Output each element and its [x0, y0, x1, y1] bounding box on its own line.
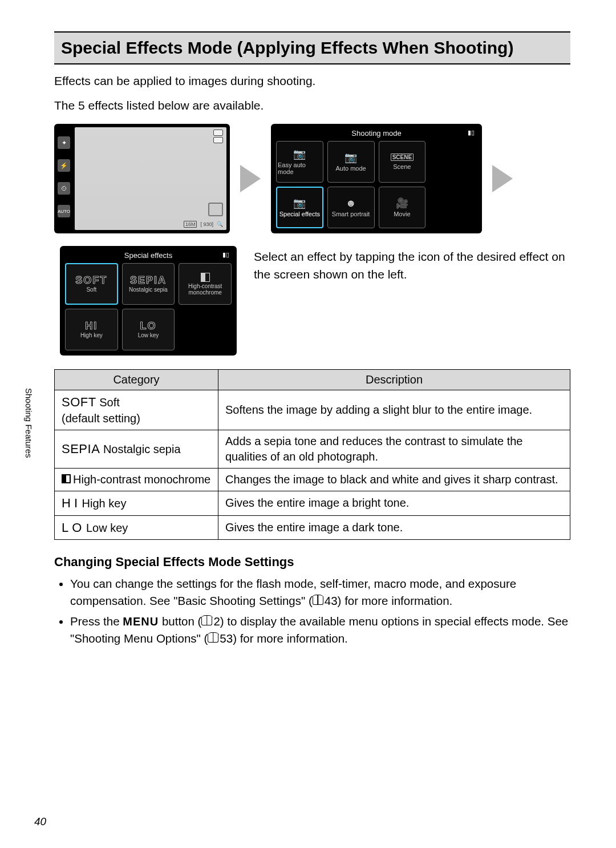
live-view-area: 16M [ 930] 🔍	[75, 127, 226, 230]
mode-easy-auto[interactable]: 📷 Easy auto mode	[276, 141, 323, 183]
shooting-mode-screen: Shooting mode ▮▯ 📷 Easy auto mode 📷 Auto…	[271, 124, 482, 233]
mode-scene[interactable]: SCENE Scene	[379, 141, 426, 183]
focus-area-icon	[213, 130, 223, 136]
row-desc: Gives the entire image a bright tone.	[218, 491, 570, 515]
zoom-icon: 🔍	[217, 221, 223, 227]
effects-icon: ✦	[58, 136, 70, 149]
mode-auto[interactable]: 📷 Auto mode	[327, 141, 375, 183]
effects-table: Category Description SOFT Soft (default …	[54, 369, 570, 540]
effect-high-key[interactable]: HI High key	[65, 309, 118, 350]
row-name: High key	[82, 497, 127, 510]
row-icon: HI	[62, 495, 79, 512]
mode-label: Movie	[394, 211, 410, 217]
intro-line-2: The 5 effects listed below are available…	[54, 97, 570, 114]
mode-label: Auto mode	[336, 165, 366, 172]
table-row: HI High key Gives the entire image a bri…	[55, 491, 570, 515]
mode-label: Smart portrait	[332, 211, 370, 217]
table-row: SEPIA Nostalgic sepia Adds a sepia tone …	[55, 430, 570, 468]
effect-high-contrast-mono[interactable]: High-contrast monochrome	[179, 263, 232, 305]
smart-portrait-icon: ☻	[346, 198, 356, 208]
bullet-item: Press the MENU button (2) to display the…	[70, 613, 570, 647]
mode-label: Special effects	[279, 211, 320, 217]
menu-button-label: MENU	[123, 615, 159, 628]
mode-special-effects[interactable]: 📷 Special effects	[276, 187, 323, 228]
row-icon: SOFT	[62, 394, 96, 411]
effect-label: High key	[80, 332, 103, 338]
sidebar-section-label: Shooting Features	[24, 388, 34, 458]
page-ref-icon	[208, 634, 218, 643]
special-effects-screen: Special effects ▮▯ SOFT Soft SEPIA Nosta…	[60, 246, 237, 356]
row-note: (default setting)	[62, 412, 140, 425]
effect-icon-label: HI	[85, 321, 98, 331]
movie-icon: 🎥	[396, 198, 408, 208]
row-icon: SEPIA	[62, 441, 100, 458]
settings-bullets: You can change the settings for the flas…	[54, 575, 570, 647]
row-desc: Changes the image to black and white and…	[218, 468, 570, 491]
timer-icon: ⏲	[58, 182, 70, 195]
page-title: Special Effects Mode (Applying Effects W…	[54, 31, 570, 64]
af-icon	[213, 137, 223, 143]
effect-icon-label: SEPIA	[130, 275, 167, 285]
bullet-item: You can change the settings for the flas…	[70, 575, 570, 609]
arrow-right-icon	[492, 165, 513, 192]
auto-icon: AUTO	[58, 205, 70, 217]
page-ref-icon	[201, 617, 212, 625]
effect-label: Soft	[86, 286, 96, 293]
table-row: SOFT Soft (default setting) Softens the …	[55, 390, 570, 430]
mode-label: Scene	[393, 163, 411, 170]
effect-label: Nostalgic sepia	[129, 286, 168, 293]
row-name: Nostalgic sepia	[103, 443, 181, 455]
arrow-right-icon	[240, 165, 261, 192]
mode-label: Easy auto mode	[278, 161, 322, 175]
battery-icon: ▮▯	[468, 129, 475, 136]
row-name: Soft	[99, 396, 120, 409]
flash-icon: ⚡	[58, 159, 70, 172]
table-row: LO Low key Gives the entire image a dark…	[55, 515, 570, 540]
col-category: Category	[55, 370, 218, 390]
mono-icon	[62, 474, 71, 483]
mono-icon	[201, 273, 210, 282]
row-name: High-contrast monochrome	[73, 473, 210, 486]
special-effects-title: Special effects	[124, 251, 172, 260]
shots-remaining: [ 930]	[200, 221, 213, 227]
mode-movie[interactable]: 🎥 Movie	[379, 187, 426, 228]
effect-soft[interactable]: SOFT Soft	[65, 263, 118, 305]
table-row: High-contrast monochrome Changes the ima…	[55, 468, 570, 491]
col-description: Description	[218, 370, 570, 390]
screens-row-1: ✦ ⚡ ⏲ AUTO 16M [ 930] 🔍	[54, 124, 570, 233]
effect-sepia[interactable]: SEPIA Nostalgic sepia	[122, 263, 175, 305]
easy-auto-icon: 📷	[293, 149, 306, 159]
row-desc: Adds a sepia tone and reduces the contra…	[218, 430, 570, 468]
effect-icon-label: SOFT	[75, 275, 107, 285]
effect-label: High-contrast monochrome	[180, 283, 230, 296]
shooting-mode-title: Shooting mode	[351, 129, 401, 138]
row-name: Low key	[86, 522, 128, 534]
intro-line-1: Effects can be applied to images during …	[54, 72, 570, 89]
row-desc: Gives the entire image a dark tone.	[218, 515, 570, 540]
subsection-title: Changing Special Effects Mode Settings	[54, 555, 570, 570]
camera-live-view-screen: ✦ ⚡ ⏲ AUTO 16M [ 930] 🔍	[54, 124, 230, 233]
page-number: 40	[34, 815, 46, 828]
camera-icon	[208, 203, 223, 216]
effect-icon-label: LO	[140, 321, 156, 331]
scene-icon: SCENE	[391, 154, 414, 161]
mode-smart-portrait[interactable]: ☻ Smart portrait	[327, 187, 375, 228]
row-desc: Softens the image by adding a slight blu…	[218, 390, 570, 430]
page-ref-icon	[313, 596, 323, 605]
battery-icon: ▮▯	[222, 251, 229, 259]
screens-row-2: Special effects ▮▯ SOFT Soft SEPIA Nosta…	[54, 246, 570, 356]
special-effects-icon: 📷	[293, 198, 306, 208]
instruction-text: Select an effect by tapping the icon of …	[254, 246, 570, 283]
auto-mode-icon: 📷	[345, 152, 357, 163]
row-icon: LO	[62, 519, 83, 536]
effect-low-key[interactable]: LO Low key	[122, 309, 175, 350]
effect-label: Low key	[138, 332, 159, 338]
resolution-badge: 16M	[184, 221, 197, 228]
